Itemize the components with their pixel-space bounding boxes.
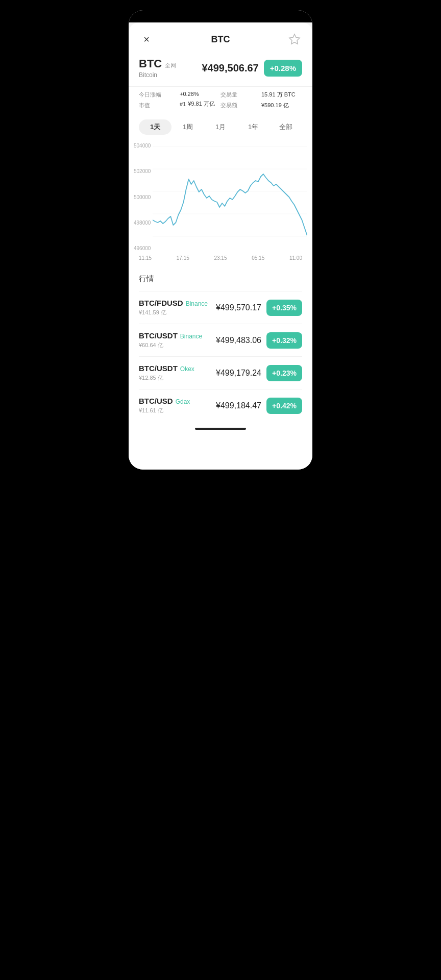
market-exchange: Binance bbox=[186, 300, 208, 307]
x-label-2315: 23:15 bbox=[214, 255, 227, 261]
market-pair: BTC/USD bbox=[139, 397, 173, 405]
time-tabs: 1天 1周 1月 1年 全部 bbox=[129, 115, 312, 141]
y-label-496000: 496000 bbox=[134, 246, 151, 251]
tab-1year[interactable]: 1年 bbox=[237, 119, 270, 135]
x-label-1115: 11:15 bbox=[139, 255, 152, 261]
tab-1month[interactable]: 1月 bbox=[204, 119, 237, 135]
coin-symbol: BTC bbox=[139, 57, 162, 70]
market-volume: ¥11.61 亿 bbox=[139, 407, 190, 414]
home-indicator bbox=[195, 428, 246, 430]
market-price: ¥499,570.17 bbox=[216, 303, 261, 312]
coin-network: 全网 bbox=[165, 62, 176, 69]
bottom-bar bbox=[129, 422, 312, 434]
market-price: ¥499,179.24 bbox=[216, 369, 261, 378]
market-pair: BTC/USDT bbox=[139, 331, 178, 340]
market-cap-value: ¥9.81 万亿 bbox=[188, 100, 215, 108]
market-volume: ¥141.59 亿 bbox=[139, 309, 208, 316]
market-change-badge: +0.32% bbox=[266, 332, 302, 349]
header: × BTC bbox=[129, 22, 312, 52]
tab-1week[interactable]: 1周 bbox=[172, 119, 204, 135]
y-label-498000: 498000 bbox=[134, 220, 151, 226]
market-pair: BTC/USDT bbox=[139, 364, 178, 373]
market-volume: ¥60.64 亿 bbox=[139, 341, 202, 349]
today-change-label: 今日涨幅 bbox=[139, 91, 180, 99]
svg-marker-0 bbox=[289, 34, 300, 44]
today-change-value: +0.28% bbox=[180, 91, 220, 97]
price-chart bbox=[153, 141, 307, 253]
close-button[interactable]: × bbox=[139, 32, 154, 47]
price-change-badge: +0.28% bbox=[264, 60, 302, 77]
market-change-badge: +0.35% bbox=[266, 300, 302, 316]
market-cap-rank: #1 bbox=[180, 101, 186, 107]
coin-info-section: BTC 全网 Bitcoin ¥499,506.67 +0.28% bbox=[129, 52, 312, 86]
market-item[interactable]: BTC/USD Gdax ¥11.61 亿 ¥499,184.47 +0.42% bbox=[139, 389, 302, 422]
x-axis-labels: 11:15 17:15 23:15 05:15 11:00 bbox=[134, 253, 307, 261]
volume-label: 交易量 bbox=[220, 91, 261, 99]
tab-1day[interactable]: 1天 bbox=[139, 119, 172, 135]
chart-section: 504000 502000 500000 498000 496000 bbox=[129, 141, 312, 266]
market-pair: BTC/FDUSD bbox=[139, 299, 183, 307]
market-section-title: 行情 bbox=[139, 274, 302, 284]
volume-value: 15.91 万 BTC bbox=[261, 91, 302, 99]
market-price: ¥499,184.47 bbox=[216, 401, 261, 410]
stats-section: 今日涨幅 市值 +0.28% #1 ¥9.81 万亿 交易量 交易额 15.91… bbox=[129, 86, 312, 115]
market-exchange: Binance bbox=[180, 333, 202, 340]
coin-price: ¥499,506.67 bbox=[202, 62, 258, 74]
favorite-button[interactable] bbox=[287, 32, 302, 47]
turnover-value: ¥590.19 亿 bbox=[261, 102, 302, 109]
star-icon bbox=[288, 33, 301, 45]
x-label-0515: 05:15 bbox=[252, 255, 264, 261]
market-section: 行情 BTC/FDUSD Binance ¥141.59 亿 ¥499,570.… bbox=[129, 266, 312, 422]
x-label-1100: 11:00 bbox=[289, 255, 302, 261]
market-item[interactable]: BTC/FDUSD Binance ¥141.59 亿 ¥499,570.17 … bbox=[139, 291, 302, 324]
market-volume: ¥12.85 亿 bbox=[139, 374, 194, 382]
tab-all[interactable]: 全部 bbox=[270, 119, 302, 135]
market-exchange: Okex bbox=[180, 365, 194, 373]
market-cap-label: 市值 bbox=[139, 102, 180, 109]
market-item[interactable]: BTC/USDT Binance ¥60.64 亿 ¥499,483.06 +0… bbox=[139, 324, 302, 356]
turnover-label: 交易额 bbox=[220, 102, 261, 109]
coin-full-name: Bitcoin bbox=[139, 71, 176, 79]
y-label-502000: 502000 bbox=[134, 168, 151, 174]
y-label-504000: 504000 bbox=[134, 143, 151, 149]
header-title: BTC bbox=[211, 34, 230, 45]
market-item[interactable]: BTC/USDT Okex ¥12.85 亿 ¥499,179.24 +0.23… bbox=[139, 356, 302, 389]
market-exchange: Gdax bbox=[176, 398, 190, 405]
market-price: ¥499,483.06 bbox=[216, 336, 261, 345]
market-change-badge: +0.42% bbox=[266, 398, 302, 414]
y-label-500000: 500000 bbox=[134, 194, 151, 200]
market-change-badge: +0.23% bbox=[266, 365, 302, 381]
x-label-1715: 17:15 bbox=[177, 255, 189, 261]
